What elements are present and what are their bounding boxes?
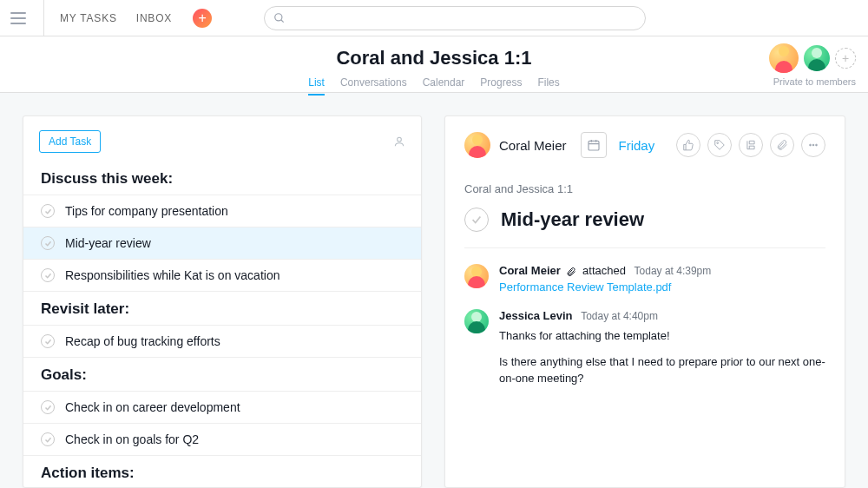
avatar-coral[interactable]: [769, 43, 799, 73]
complete-icon[interactable]: [41, 432, 55, 446]
assignee-filter-icon[interactable]: [393, 135, 405, 148]
activity-action: attached: [582, 264, 626, 277]
task-label: Tips for company presentation: [65, 204, 228, 218]
breadcrumb[interactable]: Coral and Jessica 1:1: [464, 182, 825, 195]
privacy-label: Private to members: [773, 76, 856, 87]
clip-icon: [566, 267, 576, 277]
tab-calendar[interactable]: Calendar: [423, 76, 465, 96]
activity-author: Coral Meier: [499, 264, 561, 277]
assignee-name[interactable]: Coral Meier: [499, 138, 567, 153]
task-label: Check in on career development: [65, 400, 240, 414]
project-header: Coral and Jessica 1:1 List Conversations…: [0, 36, 868, 93]
add-button[interactable]: +: [193, 9, 212, 28]
task-row[interactable]: Responsibilities while Kat is on vacatio…: [23, 259, 421, 291]
detail-title-row: Mid-year review: [464, 208, 825, 248]
task-label: Check in on goals for Q2: [65, 432, 199, 446]
complete-icon[interactable]: [41, 204, 55, 218]
svg-point-7: [717, 142, 719, 144]
svg-line-1: [281, 19, 284, 22]
complete-icon[interactable]: [41, 334, 55, 348]
content: Add Task Discuss this week: Tips for com…: [0, 93, 868, 488]
tab-progress[interactable]: Progress: [480, 76, 522, 96]
section-header[interactable]: Discuss this week:: [23, 162, 421, 195]
menu-icon[interactable]: [9, 9, 28, 28]
svg-rect-3: [589, 141, 599, 150]
complete-icon[interactable]: [41, 400, 55, 414]
task-row[interactable]: Recap of bug tracking efforts: [23, 325, 421, 357]
complete-icon[interactable]: [41, 268, 55, 282]
activity-row: Jessica Levin Today at 4:40pm Thanks for…: [464, 309, 825, 396]
due-date[interactable]: Friday: [619, 138, 655, 153]
task-row[interactable]: Check in on career development: [23, 391, 421, 423]
tab-files[interactable]: Files: [537, 76, 559, 96]
complete-task-icon[interactable]: [464, 208, 489, 232]
task-label: Recap of bug tracking efforts: [65, 334, 220, 348]
comment-body: Thanks for attaching the template! Is th…: [499, 327, 825, 387]
svg-point-9: [812, 144, 814, 146]
activity-time: Today at 4:39pm: [635, 265, 712, 277]
tab-conversations[interactable]: Conversations: [340, 76, 407, 96]
search-icon: [273, 12, 286, 24]
task-detail-panel: Coral Meier Friday Coral and Jessica 1:1…: [444, 115, 845, 488]
tag-icon[interactable]: [707, 133, 732, 157]
activity-row: Coral Meier attached Today at 4:39pm Per…: [464, 264, 825, 293]
nav-inbox[interactable]: INBOX: [136, 12, 172, 24]
section-header[interactable]: Revisit later:: [23, 291, 421, 325]
task-label: Mid-year review: [65, 236, 151, 250]
section-header[interactable]: Goals:: [23, 357, 421, 391]
nav-my-tasks[interactable]: MY TASKS: [60, 12, 117, 24]
svg-point-10: [816, 144, 818, 146]
svg-point-0: [275, 13, 282, 20]
avatar-jessica[interactable]: [804, 45, 830, 71]
assignee-avatar[interactable]: [464, 132, 490, 158]
topbar: MY TASKS INBOX +: [0, 0, 868, 36]
like-icon[interactable]: [676, 133, 700, 157]
add-member-button[interactable]: +: [835, 48, 856, 69]
task-row[interactable]: Check in on goals for Q2: [23, 423, 421, 455]
avatar[interactable]: [464, 264, 489, 288]
attachment-link[interactable]: Performance Review Template.pdf: [499, 280, 825, 293]
project-members: +: [769, 43, 856, 73]
section-header[interactable]: Action items:: [23, 455, 421, 488]
detail-actions: [676, 133, 825, 157]
detail-title[interactable]: Mid-year review: [501, 208, 644, 231]
detail-header: Coral Meier Friday: [464, 132, 825, 158]
complete-icon[interactable]: [41, 236, 55, 250]
activity-author: Jessica Levin: [499, 309, 573, 322]
project-title: Coral and Jessica 1:1: [0, 36, 868, 69]
task-row[interactable]: Tips for company presentation: [23, 195, 421, 227]
activity-time: Today at 4:40pm: [581, 310, 658, 322]
avatar[interactable]: [464, 309, 489, 333]
subtask-icon[interactable]: [739, 133, 763, 157]
search-input[interactable]: [264, 6, 646, 30]
project-tabs: List Conversations Calendar Progress Fil…: [0, 76, 868, 96]
divider: [43, 0, 44, 36]
svg-point-2: [398, 137, 402, 142]
add-task-button[interactable]: Add Task: [39, 130, 101, 153]
more-icon[interactable]: [801, 133, 825, 157]
task-label: Responsibilities while Kat is on vacatio…: [65, 268, 279, 282]
tab-list[interactable]: List: [308, 76, 325, 96]
task-row[interactable]: Mid-year review: [23, 227, 421, 259]
svg-point-8: [810, 144, 812, 146]
due-date-icon[interactable]: [581, 132, 607, 158]
task-list-panel: Add Task Discuss this week: Tips for com…: [23, 115, 422, 488]
attachment-icon[interactable]: [770, 133, 794, 157]
